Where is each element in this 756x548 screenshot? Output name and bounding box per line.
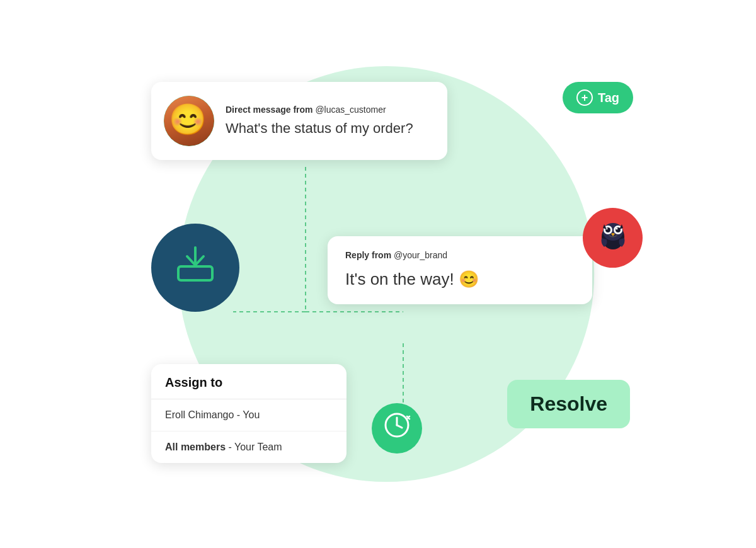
- direct-message-sender: Direct message from @lucas_customer: [226, 105, 431, 115]
- svg-line-15: [397, 425, 402, 428]
- tag-button[interactable]: + Tag: [563, 82, 633, 113]
- reply-sender: Reply from @your_brand: [345, 250, 575, 260]
- direct-message-text: What's the status of my order?: [226, 120, 431, 138]
- assign-row-1[interactable]: Eroll Chimango - You: [151, 399, 346, 431]
- tag-button-label: Tag: [598, 91, 619, 105]
- tag-plus-icon: +: [576, 89, 593, 106]
- card-content: Direct message from @lucas_customer What…: [226, 105, 431, 138]
- assign-to-title: Assign to: [165, 375, 222, 389]
- owl-icon: [594, 215, 632, 261]
- inbox-icon: [173, 243, 217, 293]
- svg-rect-4: [178, 266, 212, 280]
- inbox-circle: [151, 224, 239, 312]
- user-avatar-image: [164, 96, 214, 146]
- scene: + Tag Direct message from @lucas_custome…: [63, 22, 693, 526]
- assign-row-2[interactable]: All members - Your Team: [151, 431, 346, 463]
- avatar: [164, 96, 214, 146]
- reply-message-text: It's on the way! 😊: [345, 269, 575, 290]
- svg-point-12: [616, 227, 617, 229]
- reply-card: Reply from @your_brand It's on the way! …: [328, 236, 592, 304]
- clock-icon: [383, 411, 411, 445]
- hootsuite-owl-circle: [583, 208, 643, 268]
- direct-message-card: Direct message from @lucas_customer What…: [151, 82, 447, 160]
- assign-to-header: Assign to: [151, 364, 346, 399]
- assign-to-card: Assign to Eroll Chimango - You All membe…: [151, 364, 346, 463]
- resolve-button[interactable]: Resolve: [507, 380, 630, 428]
- clock-circle: [372, 403, 422, 454]
